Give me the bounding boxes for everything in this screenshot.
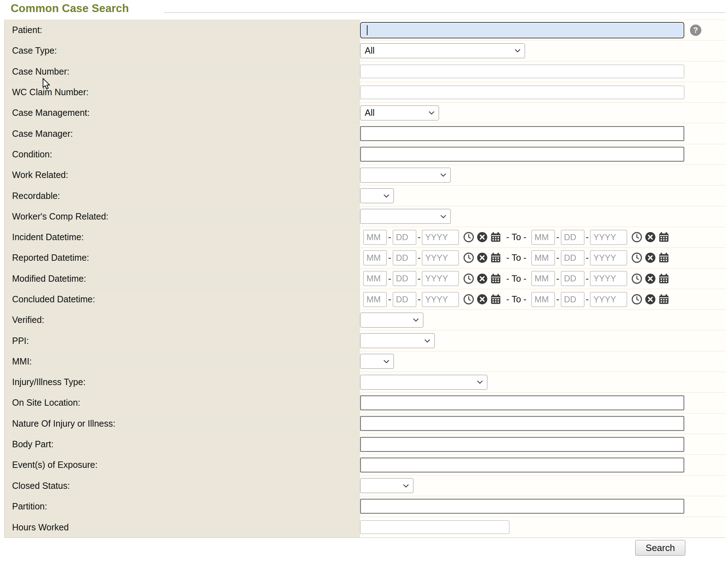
concluded-datetime-to-mm-input[interactable]: [531, 292, 555, 307]
reported-datetime-from-mm-input[interactable]: [363, 250, 387, 265]
clock-icon[interactable]: [631, 252, 642, 263]
incident-datetime-from-dd-input[interactable]: [393, 230, 416, 245]
chevron-down-icon: [383, 194, 390, 198]
help-icon[interactable]: ?: [690, 25, 701, 36]
row-injury-illness-type: Injury/Illness Type:: [5, 372, 726, 393]
clear-icon[interactable]: [645, 252, 656, 263]
row-mmi: MMI:: [5, 351, 726, 372]
case-management-select[interactable]: All: [360, 106, 439, 120]
ppi-select[interactable]: [360, 333, 435, 348]
clock-icon[interactable]: [631, 273, 642, 284]
reported-datetime-to-dd-input[interactable]: [561, 250, 584, 265]
recordable-cell: [360, 185, 726, 206]
clear-icon[interactable]: [645, 273, 656, 284]
clear-icon[interactable]: [477, 294, 488, 305]
ppi-label: PPI:: [5, 330, 360, 351]
partition-input[interactable]: [360, 499, 684, 514]
modified-datetime-to-dd-input[interactable]: [561, 271, 584, 286]
calendar-icon[interactable]: [658, 232, 669, 243]
clear-icon[interactable]: [645, 294, 656, 305]
body-part-input[interactable]: [360, 437, 684, 452]
calendar-icon[interactable]: [658, 252, 669, 263]
modified-datetime-from-dd-input[interactable]: [393, 271, 416, 286]
recordable-select[interactable]: [360, 188, 394, 203]
hours-worked-label: Hours Worked: [5, 517, 360, 537]
incident-datetime-to-yyyy-input[interactable]: [590, 230, 627, 245]
incident-datetime-from-yyyy-input[interactable]: [422, 230, 459, 245]
worker-s-comp-related-select[interactable]: [360, 209, 451, 224]
row-body-part: Body Part:: [5, 434, 726, 455]
clock-icon[interactable]: [631, 232, 642, 243]
condition-input[interactable]: [360, 147, 684, 162]
concluded-datetime-from-mm-input[interactable]: [363, 292, 387, 307]
calendar-icon[interactable]: [658, 273, 669, 284]
modified-datetime-to-mm-input[interactable]: [531, 271, 555, 286]
calendar-icon[interactable]: [490, 232, 501, 243]
clear-icon[interactable]: [477, 232, 488, 243]
row-case-number: Case Number:: [5, 61, 726, 82]
clock-icon[interactable]: [463, 232, 474, 243]
concluded-datetime-to-dd-input[interactable]: [561, 292, 584, 307]
case-management-label: Case Management:: [5, 103, 360, 123]
clock-icon[interactable]: [631, 294, 642, 305]
date-separator: -: [418, 232, 421, 243]
row-modified-datetime: Modified Datetime:--- To ---: [5, 269, 726, 289]
concluded-datetime-from-yyyy-input[interactable]: [422, 292, 459, 307]
clear-icon[interactable]: [477, 252, 488, 263]
case-number-input[interactable]: [360, 65, 684, 78]
row-condition: Condition:: [5, 144, 726, 165]
modified-datetime-from-yyyy-input[interactable]: [422, 271, 459, 286]
row-case-manager: Case Manager:: [5, 123, 726, 144]
date-separator: -: [556, 232, 560, 243]
mmi-select[interactable]: [360, 354, 394, 369]
row-nature-of-injury-or-illness: Nature Of Injury or Illness:: [5, 414, 726, 434]
chevron-down-icon: [383, 360, 390, 363]
date-separator: -: [586, 232, 589, 243]
reported-datetime-to-yyyy-input[interactable]: [590, 250, 627, 265]
search-button[interactable]: Search: [635, 540, 685, 556]
row-concluded-datetime: Concluded Datetime:--- To ---: [5, 289, 726, 310]
date-separator: -: [586, 252, 589, 263]
wc-claim-number-input[interactable]: [360, 86, 684, 99]
case-manager-label: Case Manager:: [5, 123, 360, 144]
reported-datetime-to-mm-input[interactable]: [531, 250, 555, 265]
clock-icon[interactable]: [463, 252, 474, 263]
clock-icon[interactable]: [463, 273, 474, 284]
modified-datetime-to-date-group: --: [531, 271, 669, 286]
reported-datetime-from-yyyy-input[interactable]: [422, 250, 459, 265]
calendar-icon[interactable]: [658, 294, 669, 305]
incident-datetime-cell: --- To ---: [360, 227, 726, 247]
row-ppi: PPI:: [5, 330, 726, 351]
concluded-datetime-from-dd-input[interactable]: [393, 292, 416, 307]
clear-icon[interactable]: [477, 273, 488, 284]
incident-datetime-from-mm-input[interactable]: [363, 230, 387, 245]
clock-icon[interactable]: [463, 294, 474, 305]
modified-datetime-cell: --- To ---: [360, 269, 726, 289]
calendar-icon[interactable]: [490, 273, 501, 284]
injury-illness-type-select[interactable]: [360, 375, 487, 390]
patient-input[interactable]: [360, 22, 684, 38]
calendar-icon[interactable]: [490, 294, 501, 305]
on-site-location-input[interactable]: [360, 395, 684, 410]
nature-of-injury-or-illness-input[interactable]: [360, 416, 684, 431]
fieldset-border-line: [164, 12, 725, 13]
calendar-icon[interactable]: [490, 252, 501, 263]
clear-icon[interactable]: [645, 232, 656, 243]
modified-datetime-from-mm-input[interactable]: [363, 271, 387, 286]
hours-worked-input[interactable]: [360, 520, 509, 534]
incident-datetime-to-dd-input[interactable]: [561, 230, 584, 245]
reported-datetime-from-dd-input[interactable]: [393, 250, 416, 265]
event-s-of-exposure-input[interactable]: [360, 458, 684, 472]
reported-datetime-cell: --- To ---: [360, 248, 726, 268]
patient-cell: ?: [360, 20, 726, 40]
closed-status-select[interactable]: [360, 478, 413, 493]
modified-datetime-to-yyyy-input[interactable]: [590, 271, 627, 286]
verified-select[interactable]: [360, 313, 423, 328]
case-type-select[interactable]: All: [360, 43, 525, 58]
row-on-site-location: On Site Location:: [5, 393, 726, 413]
incident-datetime-to-mm-input[interactable]: [531, 230, 555, 245]
work-related-select[interactable]: [360, 168, 451, 183]
concluded-datetime-to-yyyy-input[interactable]: [590, 292, 627, 307]
case-manager-input[interactable]: [360, 126, 684, 141]
case-manager-cell: [360, 123, 726, 144]
